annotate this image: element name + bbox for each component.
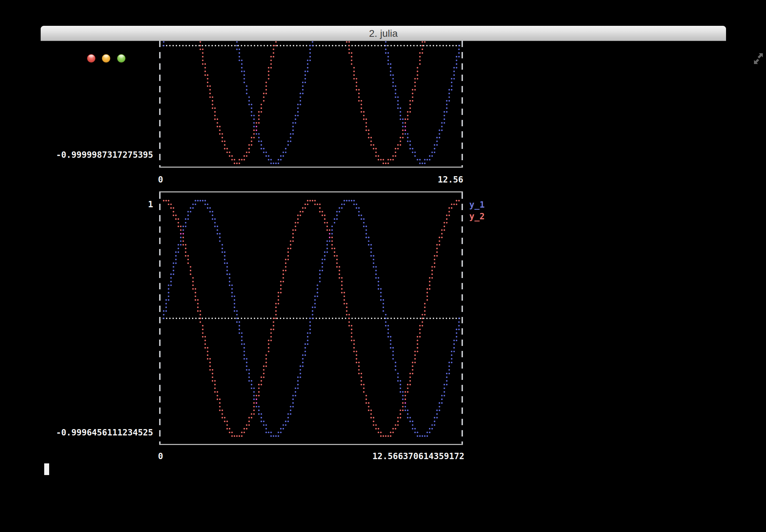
plot2-left-border — [159, 192, 161, 444]
plot2-bottom-border — [159, 444, 463, 445]
plot1-xmax-label: 12.56 — [406, 175, 463, 185]
plot1-left-border — [159, 41, 161, 167]
plot1-xmin-label: 0 — [156, 175, 165, 185]
plot2-ymin-label: -0.9996456111234525 — [29, 428, 153, 438]
zoom-button[interactable] — [117, 54, 126, 63]
plot1-canvas — [161, 41, 463, 167]
plot2-xmax-label: 12.566370614359172 — [358, 451, 464, 461]
legend-entry-y2: y_2 — [469, 212, 484, 221]
close-button[interactable] — [87, 54, 95, 63]
plot2-xmin-label: 0 — [156, 451, 165, 461]
minimize-button[interactable] — [102, 54, 110, 63]
plot1-ymin-label: -0.9999987317275395 — [29, 150, 153, 160]
terminal-screen: { "window": { "title": "2. julia", "cont… — [0, 0, 766, 532]
plot1-bottom-border — [159, 167, 463, 168]
plot2-ymax-label: 1 — [100, 200, 153, 209]
fullscreen-icon[interactable] — [752, 53, 765, 65]
window-title: 2. julia — [41, 26, 726, 41]
terminal-cursor[interactable] — [44, 463, 49, 475]
window-titlebar[interactable]: 2. julia — [41, 26, 726, 41]
legend-entry-y1: y_1 — [469, 200, 484, 210]
plot2-canvas — [161, 192, 463, 444]
